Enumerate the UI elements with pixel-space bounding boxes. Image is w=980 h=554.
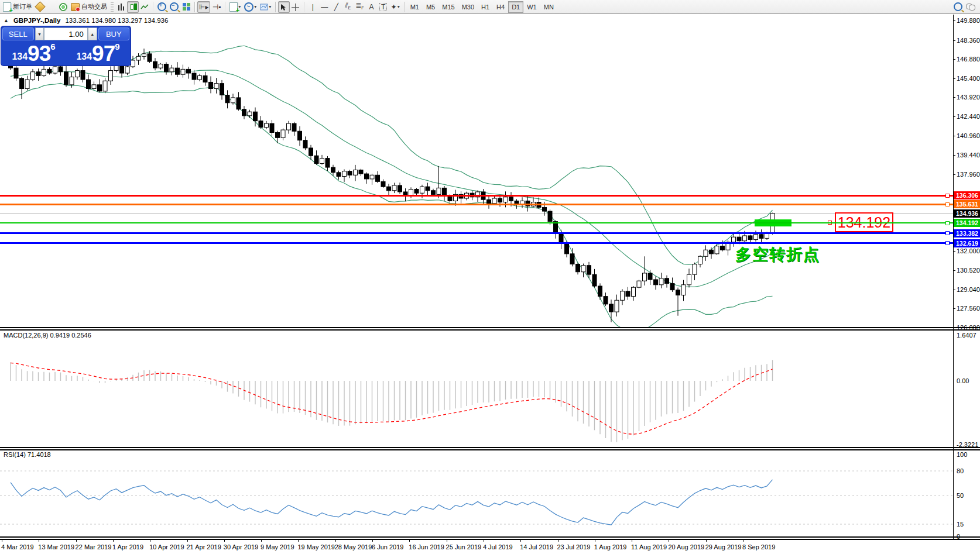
rsi-label-row: RSI(14) 71.4018: [4, 451, 51, 458]
sell-price-sup: 6: [50, 42, 55, 51]
buy-price-big: 97: [92, 44, 115, 64]
templates-button[interactable]: ▾: [258, 1, 273, 13]
text-button[interactable]: T: [378, 1, 389, 13]
price-tick-label: 143.920: [957, 94, 980, 101]
level-line-marker[interactable]: [945, 241, 950, 245]
crosshair-button[interactable]: [290, 1, 301, 13]
main-chart-canvas[interactable]: [0, 15, 953, 329]
level-line-134.192[interactable]: [0, 222, 953, 223]
level-line-marker[interactable]: [945, 194, 950, 198]
buy-button[interactable]: BUY: [98, 27, 130, 40]
sell-button[interactable]: SELL: [2, 27, 34, 40]
cursor-button[interactable]: [278, 1, 290, 13]
arrows-button[interactable]: ✦▾: [389, 1, 402, 13]
zoom-out-button[interactable]: −: [168, 1, 180, 13]
date-label: 20 Aug 2019: [668, 543, 704, 550]
crosshair-icon: [292, 4, 300, 11]
tile-windows-button[interactable]: [180, 1, 192, 13]
timeframe-w1[interactable]: W1: [523, 1, 540, 13]
fibonacci-icon: ≣F: [355, 2, 364, 12]
search-button[interactable]: [952, 1, 964, 13]
macd-canvas[interactable]: [0, 331, 953, 448]
auto-scroll-icon: ⊩▸: [199, 4, 208, 11]
level-line-135.631[interactable]: [0, 204, 953, 205]
market-watch-button[interactable]: [46, 1, 57, 13]
buy-price[interactable]: 134 97 9: [67, 42, 129, 64]
timeframe-d1[interactable]: D1: [508, 1, 523, 13]
rsi-canvas[interactable]: [0, 450, 953, 539]
timeframe-h4[interactable]: H4: [493, 1, 508, 13]
price-tick: [953, 251, 955, 252]
signals-button[interactable]: [57, 1, 69, 13]
auto-scroll-button[interactable]: ⊩▸: [197, 1, 210, 13]
volume-input[interactable]: 1.00: [44, 27, 87, 40]
horizontal-line-button[interactable]: —: [318, 1, 330, 13]
level-line-marker[interactable]: [945, 202, 950, 207]
timeframe-m15[interactable]: M15: [438, 1, 458, 13]
date-tick: [409, 539, 410, 542]
current-price-badge: 134.936: [954, 209, 980, 218]
toolbar-separator: [225, 2, 225, 12]
date-label: 28 May 2019: [335, 543, 372, 550]
macd-label: MACD(12,26,9): [4, 332, 48, 339]
arrow-label-button[interactable]: A: [366, 1, 378, 13]
zoom-in-button[interactable]: +: [156, 1, 168, 13]
volume-decrease-button[interactable]: ▼: [35, 27, 44, 40]
date-tick: [520, 539, 521, 542]
date-tick: [595, 539, 595, 542]
turning-point-annotation[interactable]: 多空转折点: [735, 244, 820, 265]
rsi-axis-label: 50: [957, 492, 964, 499]
volume-increase-button[interactable]: ▲: [88, 27, 97, 40]
autotrading-button[interactable]: 自动交易: [69, 1, 109, 13]
trade-panel-collapse-icon[interactable]: ▲: [4, 18, 9, 23]
charts-button[interactable]: [34, 1, 46, 13]
fibonacci-button[interactable]: ≣F: [354, 1, 365, 13]
new-order-button[interactable]: + 新订单: [1, 1, 34, 13]
timeframe-h1[interactable]: H1: [478, 1, 493, 13]
main-macd-separator[interactable]: [0, 327, 980, 331]
periods-button[interactable]: ▾: [242, 1, 258, 13]
bar-chart-button[interactable]: [115, 1, 127, 13]
date-tick: [76, 539, 77, 542]
date-tick: [298, 539, 299, 542]
macd-rsi-separator[interactable]: [0, 447, 980, 450]
level-line-132.619[interactable]: [0, 242, 953, 244]
rsi-axis-label: 15: [957, 521, 964, 528]
date-tick: [669, 539, 669, 542]
level-line-marker[interactable]: [945, 221, 950, 225]
rsi-dates-separator: [0, 536, 980, 540]
timeframe-m30[interactable]: M30: [458, 1, 478, 13]
timeframe-mn[interactable]: MN: [540, 1, 557, 13]
candlestick-chart-button[interactable]: [127, 1, 139, 13]
symbol-title: GBPJPY-,Daily: [13, 17, 61, 24]
sell-price[interactable]: 134 93 6: [2, 42, 65, 64]
date-tick: [261, 539, 262, 542]
level-line-133.382[interactable]: [0, 232, 953, 234]
new-order-icon: +: [3, 2, 11, 12]
date-tick: [706, 539, 707, 542]
channel-button[interactable]: ⫽E: [342, 1, 354, 13]
price-tick-label: 142.440: [957, 113, 980, 120]
timeframe-m1[interactable]: M1: [407, 1, 423, 13]
level-line-marker[interactable]: [945, 231, 950, 235]
timeframe-m5[interactable]: M5: [423, 1, 438, 13]
zoom-out-icon: −: [170, 2, 179, 11]
level-line-136.306[interactable]: [0, 195, 953, 197]
level-price-badge: 134.192: [954, 219, 980, 227]
date-label: 25 Jun 2019: [446, 543, 482, 550]
line-chart-button[interactable]: [139, 1, 150, 13]
price-tick-label: 140.960: [957, 132, 980, 139]
price-tick: [953, 136, 955, 136]
rsi-axis-label: 80: [957, 467, 964, 474]
price-tick-label: 130.520: [957, 267, 980, 274]
rsi-value: 71.4018: [28, 451, 51, 458]
date-tick: [224, 539, 225, 542]
toolbar-separator: [404, 2, 405, 12]
chart-shift-button[interactable]: ⊣▪: [210, 1, 222, 13]
chat-button[interactable]: [964, 1, 976, 13]
date-label: 29 Aug 2019: [705, 543, 742, 550]
indicators-button[interactable]: +▾: [228, 1, 242, 13]
vertical-line-button[interactable]: |: [307, 1, 318, 13]
price-tick: [953, 328, 955, 328]
trendline-button[interactable]: ╱: [330, 1, 342, 13]
